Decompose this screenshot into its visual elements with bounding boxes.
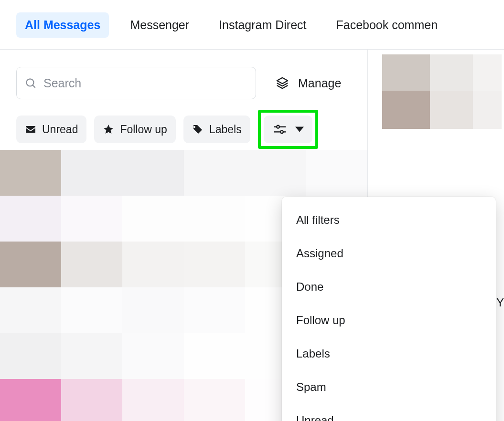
tab-instagram-direct[interactable]: Instagram Direct	[210, 12, 315, 38]
tab-facebook-comments[interactable]: Facebook commen	[327, 12, 446, 38]
pixel-cell	[473, 91, 502, 129]
pixel-cell	[0, 196, 61, 242]
tabs-bar: All Messages Messenger Instagram Direct …	[0, 0, 504, 50]
conversation-header-blurred	[382, 54, 504, 129]
truncated-text: Y	[496, 296, 504, 309]
chip-unread-label: Unread	[42, 123, 78, 136]
svg-marker-2	[277, 78, 288, 84]
search-icon	[24, 77, 37, 89]
filter-dropdown-button[interactable]	[264, 116, 312, 143]
filter-dropdown-menu: All filters Assigned Done Follow up Labe…	[282, 197, 496, 421]
pixel-cell	[473, 54, 502, 91]
pixel-cell	[184, 150, 245, 196]
tab-all-messages[interactable]: All Messages	[16, 12, 109, 38]
pixel-cell	[122, 333, 183, 379]
manage-button[interactable]: Manage	[275, 76, 341, 90]
chip-unread[interactable]: Unread	[16, 116, 86, 143]
pixel-cell	[0, 333, 61, 379]
svg-point-6	[280, 130, 283, 133]
filter-option-done[interactable]: Done	[282, 270, 496, 304]
pixel-cell	[0, 379, 61, 421]
pixel-cell	[382, 91, 430, 129]
chip-followup-label: Follow up	[120, 123, 167, 136]
pixel-cell	[184, 379, 245, 421]
pixel-cell	[382, 54, 430, 91]
sliders-icon	[272, 122, 288, 137]
pixel-cell	[184, 287, 245, 333]
pixel-cell	[122, 287, 183, 333]
pixel-cell	[61, 333, 122, 379]
pixel-cell	[61, 242, 122, 287]
pixel-cell	[61, 150, 122, 196]
pixel-cell	[184, 242, 245, 287]
pixel-cell	[0, 287, 61, 333]
pixel-cell	[184, 333, 245, 379]
filter-option-assigned[interactable]: Assigned	[282, 237, 496, 270]
pixel-cell	[61, 287, 122, 333]
pixel-cell	[122, 379, 183, 421]
pixel-cell	[61, 196, 122, 242]
filter-highlight	[258, 110, 318, 149]
filter-option-followup[interactable]: Follow up	[282, 304, 496, 337]
filter-option-labels[interactable]: Labels	[282, 337, 496, 370]
manage-label: Manage	[298, 76, 341, 90]
tab-messenger[interactable]: Messenger	[121, 12, 198, 38]
pixel-cell	[122, 150, 183, 196]
caret-down-icon	[295, 125, 304, 134]
pixel-cell	[61, 379, 122, 421]
pixel-cell	[0, 242, 61, 287]
pixel-cell	[122, 242, 183, 287]
pixel-cell	[184, 196, 245, 242]
search-box[interactable]	[16, 67, 256, 99]
pixel-cell	[430, 54, 473, 91]
search-input[interactable]	[43, 76, 248, 90]
filter-option-all[interactable]: All filters	[282, 203, 496, 237]
filter-option-unread[interactable]: Unread	[282, 404, 496, 421]
list-toolbar: Manage Unread Follow up	[0, 50, 367, 164]
svg-point-0	[26, 79, 33, 86]
star-icon	[103, 124, 114, 135]
filter-option-spam[interactable]: Spam	[282, 370, 496, 404]
chip-labels-label: Labels	[209, 123, 242, 136]
pixel-cell	[122, 196, 183, 242]
pixel-cell	[430, 91, 473, 129]
pixel-cell	[306, 150, 367, 196]
pixel-cell	[0, 150, 61, 196]
chip-followup[interactable]: Follow up	[94, 116, 175, 143]
stack-icon	[275, 76, 290, 90]
pixel-cell	[245, 150, 306, 196]
svg-point-4	[277, 126, 279, 128]
svg-line-1	[33, 85, 35, 88]
tag-icon	[192, 124, 204, 135]
mail-icon	[25, 124, 36, 135]
chip-labels[interactable]: Labels	[183, 116, 250, 143]
